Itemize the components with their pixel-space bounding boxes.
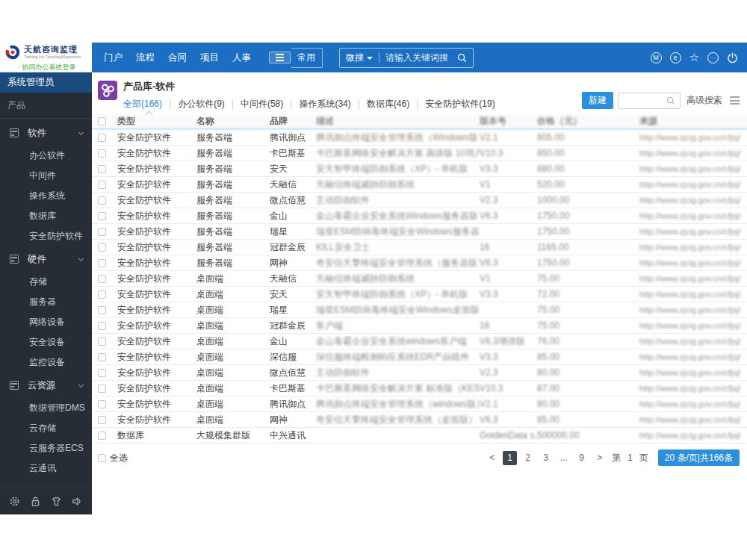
sidebar-item-1-4[interactable]: 数据库 [0, 206, 92, 226]
pagination-page-2[interactable]: 2 [521, 451, 535, 465]
row-checkbox[interactable] [98, 196, 106, 205]
table-row[interactable]: 安全防护软件服务器端金山金山毒霸企业安全系统Windows服务器版V6.3175… [92, 208, 747, 224]
pagination-page-9[interactable]: 9 [574, 451, 589, 465]
row-checkbox[interactable] [98, 337, 106, 346]
menu-toggle-button[interactable] [269, 52, 291, 63]
sidebar-item-1-3[interactable]: 操作系统 [0, 186, 92, 206]
sidebar-item-2-5[interactable]: 监控设备 [0, 352, 92, 373]
row-checkbox[interactable] [98, 290, 106, 299]
search-scope-selector[interactable]: 微搜 [346, 52, 364, 64]
tab-5[interactable]: 数据库(46) [367, 98, 425, 111]
table-row[interactable]: 安全防护软件服务器端腾讯御点腾讯御点终端安全管理系统（Windows版）V2.1… [92, 130, 747, 146]
select-all-checkbox[interactable] [98, 454, 106, 462]
advanced-search-link[interactable]: 高级搜索 [686, 94, 722, 107]
sidebar-group-1[interactable]: 软件 [0, 120, 92, 146]
table-row[interactable]: 安全防护软件桌面端天融信天融信终端威胁防御系统V175.00http://www… [92, 271, 747, 287]
nav-item-1[interactable]: 门户 [104, 52, 123, 64]
table-row[interactable]: 安全防护软件服务器端冠群金辰KILL安全卫士161165.00http://ww… [92, 240, 747, 255]
theme-shirt-icon[interactable] [51, 496, 62, 507]
new-button[interactable]: 新建 [582, 92, 613, 109]
table-row[interactable]: 安全防护软件服务器端网神奇安信天擎终端安全管理系统（服务器版）V6.31750.… [92, 255, 747, 271]
pagination-next[interactable]: > [592, 451, 607, 465]
table-row[interactable]: 安全防护软件桌面端腾讯御点腾讯御点终端安全管理系统（windows版）V2.1V… [92, 396, 747, 412]
tab-2[interactable]: 办公软件(9) [178, 98, 241, 111]
select-all[interactable]: 全选 [98, 452, 128, 464]
sidebar-item-3-1[interactable]: 数据管理DMS [0, 398, 92, 418]
table-row[interactable]: 安全防护软件桌面端深信服深信服终端检测响应系统EDR产品组件V3.385.00h… [92, 349, 747, 365]
row-checkbox[interactable] [98, 212, 106, 220]
sidebar-item-2-1[interactable]: 存储 [0, 272, 92, 292]
pagination-page-1[interactable]: 1 [503, 451, 517, 465]
table-row[interactable]: 安全防护软件服务器端微点佰慧主动防御软件V2.31000.00http://ww… [92, 193, 747, 208]
more-icon[interactable]: ··· [707, 52, 719, 63]
common-menu-button[interactable]: 常用 [291, 48, 323, 68]
sidebar-item-1-5[interactable]: 安全防护软件 [0, 226, 92, 246]
table-row[interactable]: 安全防护软件服务器端天融信天融信终端威胁防御系统V1520.00http://w… [92, 177, 747, 193]
role-banner[interactable]: 系统管理员 [0, 72, 92, 93]
gear-icon[interactable] [9, 496, 20, 507]
sidebar-item-1-1[interactable]: 办公软件 [0, 146, 92, 166]
table-row[interactable]: 安全防护软件桌面端冠群金辰客户端1675.00http://www.zjcig.… [92, 318, 747, 334]
tab-3[interactable]: 中间件(58) [241, 98, 299, 111]
row-checkbox[interactable] [98, 400, 106, 408]
page-jump-input[interactable]: 1 [627, 452, 633, 463]
row-checkbox[interactable] [98, 432, 106, 440]
sidebar-item-2-4[interactable]: 安全设备 [0, 332, 92, 352]
nav-item-2[interactable]: 流程 [136, 52, 155, 64]
row-checkbox[interactable] [98, 353, 106, 361]
row-checkbox[interactable] [98, 134, 106, 142]
table-row[interactable]: 安全防护软件桌面端卡巴斯基卡巴斯基网络安全解决方案 标准版（KES）- 10用.… [92, 381, 747, 396]
table-row[interactable]: 安全防护软件桌面端瑞星瑞星ESM防病毒终端安全Windows桌面版75.00ht… [92, 302, 747, 318]
message-icon[interactable]: M [651, 52, 662, 63]
sidebar-item-2-3[interactable]: 网络设备 [0, 312, 92, 332]
lock-icon[interactable] [30, 496, 41, 507]
global-search-input[interactable] [385, 52, 457, 63]
search-icon[interactable] [666, 96, 675, 105]
table-row[interactable]: 安全防护软件桌面端网神奇安信天擎终端安全管理系统（桌面版）V6.385.00ht… [92, 412, 747, 428]
tab-6[interactable]: 安全防护软件(19) [425, 98, 495, 111]
pagination-page-3[interactable]: 3 [539, 451, 553, 465]
row-checkbox[interactable] [98, 275, 106, 283]
row-checkbox[interactable] [98, 243, 106, 252]
row-checkbox[interactable] [98, 322, 106, 330]
tab-4[interactable]: 操作系统(34) [299, 98, 366, 111]
nav-item-5[interactable]: 人事 [232, 52, 251, 64]
table-search-input[interactable] [623, 96, 666, 106]
favorites-star-icon[interactable]: ☆ [689, 52, 699, 63]
row-checkbox[interactable] [98, 369, 106, 377]
table-row[interactable]: 安全防护软件服务器端卡巴斯基卡巴斯基网络安全解决方案 高级版 10用户...V1… [92, 146, 747, 161]
header-checkbox[interactable] [98, 117, 106, 125]
power-icon[interactable] [727, 52, 738, 63]
sidebar-group-2[interactable]: 硬件 [0, 246, 92, 272]
pagination-page-...[interactable]: ... [557, 451, 571, 465]
speaker-icon[interactable] [72, 496, 83, 507]
sidebar-item-3-4[interactable]: 云通讯 [0, 458, 92, 479]
nav-item-4[interactable]: 项目 [200, 52, 219, 64]
table-row[interactable]: 安全防护软件桌面端金山金山毒霸企业安全系统windows客户端V6.3增强版76… [92, 334, 747, 349]
table-row[interactable]: 安全防护软件服务器端瑞星瑞星ESM防病毒终端安全Windows服务器版1750.… [92, 224, 747, 240]
list-view-icon[interactable] [730, 96, 740, 105]
sidebar-item-2-2[interactable]: 服务器 [0, 292, 92, 312]
row-checkbox[interactable] [98, 306, 106, 314]
row-checkbox[interactable] [98, 228, 106, 236]
row-checkbox[interactable] [98, 165, 106, 173]
row-checkbox[interactable] [98, 181, 106, 189]
sidebar-item-1-2[interactable]: 中间件 [0, 166, 92, 186]
row-checkbox[interactable] [98, 259, 106, 267]
tab-1[interactable]: 全部(166) [123, 98, 178, 111]
nav-item-3[interactable]: 合同 [168, 52, 187, 64]
sidebar-item-3-2[interactable]: 云存储 [0, 418, 92, 438]
row-checkbox[interactable] [98, 416, 106, 424]
row-checkbox[interactable] [98, 385, 106, 393]
login-link[interactable]: · 协同办公系统登录 [18, 63, 89, 72]
sidebar-group-3[interactable]: 云资源 [0, 373, 92, 398]
pagination-prev[interactable]: < [485, 451, 499, 465]
table-row[interactable]: 安全防护软件桌面端安天安天智甲终端防御系统（XP）- 单机版V3.372.00h… [92, 287, 747, 302]
search-icon[interactable] [457, 53, 467, 63]
logo[interactable]: 天航咨询监理 Tianhang Info Consulting&Supervis… [0, 43, 92, 72]
row-checkbox[interactable] [98, 149, 106, 158]
sidebar-item-3-3[interactable]: 云服务器ECS [0, 438, 92, 458]
table-row[interactable]: 安全防护软件桌面端微点佰慧主动防御软件V2.380.00http://www.z… [92, 365, 747, 381]
service-icon[interactable]: e [670, 52, 681, 63]
table-row[interactable]: 安全防护软件服务器端安天安天智甲终端防御系统（XP）- 单机版V3.3880.0… [92, 161, 747, 177]
